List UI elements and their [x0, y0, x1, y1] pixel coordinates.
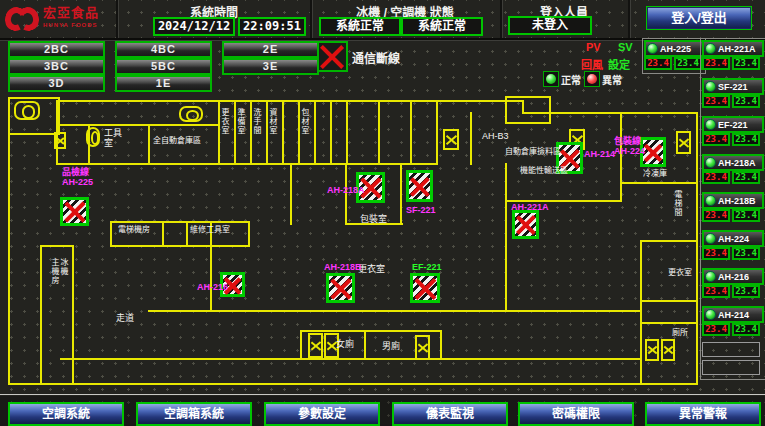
footer-button-3[interactable]: 參數設定: [264, 402, 380, 426]
footer-button-6[interactable]: 異常警報: [645, 402, 761, 426]
footer-buttons: 空調系統空調箱系統參數設定儀表監視密碼權限異常警報: [0, 0, 765, 426]
footer-button-5[interactable]: 密碼權限: [518, 402, 634, 426]
footer-button-4[interactable]: 儀表監視: [392, 402, 508, 426]
footer-button-1[interactable]: 空調系統: [8, 402, 124, 426]
hmi-screen: 宏亞食品 HUNYA FOODS 系統時間 2024/12/12 22:09:5…: [0, 0, 765, 426]
footer-button-2[interactable]: 空調箱系統: [136, 402, 252, 426]
